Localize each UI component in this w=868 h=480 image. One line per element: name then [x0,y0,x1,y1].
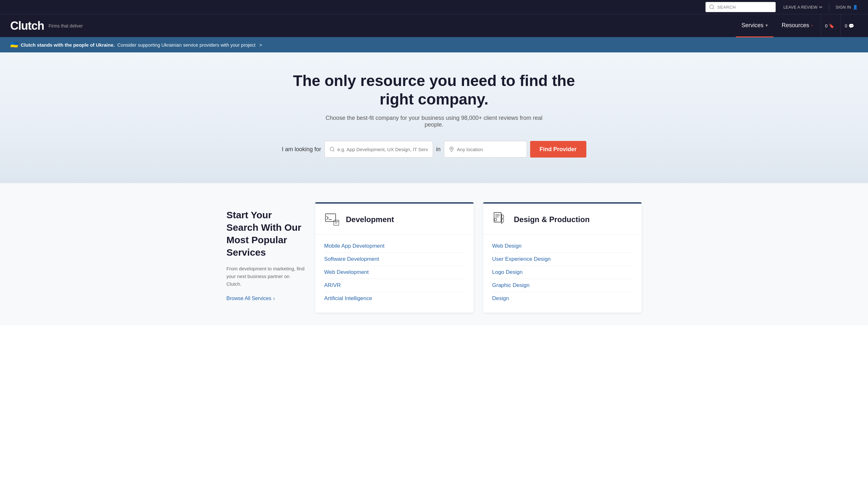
location-search-container[interactable] [444,141,527,157]
sign-in-button[interactable]: SIGN IN 👤 [836,5,858,9]
development-card: Development Mobile App Development Softw… [315,202,474,312]
announcement-body: Consider supporting Ukrainian service pr… [117,42,255,48]
development-card-header: Development [315,204,474,235]
top-search-input[interactable] [717,5,772,9]
user-experience-design-link[interactable]: User Experience Design [492,253,633,266]
design-card-header: Design & Production [483,204,642,235]
service-search-container[interactable] [324,141,433,157]
services-intro-body: From development to marketing, find your… [226,265,306,288]
messages-count: 0 [845,23,847,28]
services-intro: Start Your Search With Our Most Popular … [226,202,306,301]
nav-services-label: Services [742,22,764,29]
top-bar-actions: LEAVE A REVIEW ✏ SIGN IN 👤 [783,4,858,10]
browse-all-services-link[interactable]: Browse All Services › [226,296,306,301]
logo-tagline: Firms that deliver [49,23,83,28]
artificial-intelligence-link[interactable]: Artificial Intelligence [324,292,465,305]
user-icon: 👤 [853,5,858,9]
bookmarks-count: 0 [825,23,828,28]
main-nav: Clutch Firms that deliver Services ▾ Res… [0,14,868,37]
logo-area: Clutch Firms that deliver [10,19,83,33]
development-card-icon [324,211,341,228]
browse-arrow-icon: › [273,296,275,301]
services-section: Start Your Search With Our Most Popular … [0,183,868,325]
svg-rect-12 [495,218,497,221]
svg-point-0 [710,5,713,9]
announcement-arrow-icon[interactable]: > [259,42,262,48]
sign-in-label: SIGN IN [836,5,851,9]
software-development-link[interactable]: Software Development [324,253,465,266]
find-provider-button[interactable]: Find Provider [530,141,586,157]
svg-point-2 [451,148,452,149]
edit-icon: ✏ [819,5,823,9]
location-icon [449,146,455,152]
graphic-design-link[interactable]: Graphic Design [492,279,633,292]
announcement-banner: 🇺🇦 Clutch stands with the people of Ukra… [0,37,868,52]
services-intro-title: Start Your Search With Our Most Popular … [226,209,306,259]
bookmark-icon: 🔖 [829,23,834,28]
nav-resources-label: Resources [782,22,809,29]
top-search-icon [709,4,715,10]
top-bar-divider [829,4,829,10]
bookmarks-button[interactable]: 0 🔖 [821,14,838,37]
development-card-links: Mobile App Development Software Developm… [315,235,474,312]
service-search-input[interactable] [338,147,428,152]
nav-services[interactable]: Services ▾ [736,14,773,37]
services-grid: Start Your Search With Our Most Popular … [226,202,642,312]
location-search-input[interactable] [457,147,522,152]
logo[interactable]: Clutch [10,19,44,33]
top-search-container[interactable] [706,2,776,12]
leave-review-button[interactable]: LEAVE A REVIEW ✏ [783,5,823,9]
search-row: I am looking for in Find Provider [10,141,858,157]
message-icon: 💬 [848,23,854,28]
resources-chevron-icon: › [811,23,813,28]
mobile-app-development-link[interactable]: Mobile App Development [324,240,465,253]
browse-all-services-label: Browse All Services [226,296,272,301]
messages-button[interactable]: 0 💬 [840,14,858,37]
design-link[interactable]: Design [492,292,633,305]
leave-review-label: LEAVE A REVIEW [783,5,817,9]
web-development-link[interactable]: Web Development [324,266,465,279]
hero-section: The only resource you need to find the r… [0,52,868,183]
svg-point-1 [330,147,334,151]
nav-resources[interactable]: Resources › [776,14,818,37]
announcement-bold: Clutch stands with the people of Ukraine… [21,42,115,48]
web-design-link[interactable]: Web Design [492,240,633,253]
ukraine-flag-icon: 🇺🇦 [10,41,18,49]
search-label: I am looking for [282,146,321,153]
design-production-card: Design & Production Web Design User Expe… [483,202,642,312]
design-card-links: Web Design User Experience Design Logo D… [483,235,642,312]
svg-rect-4 [334,220,339,225]
nav-right: Services ▾ Resources › 0 🔖 0 💬 [736,14,858,37]
development-card-title: Development [346,215,394,224]
service-search-icon [329,146,335,152]
logo-design-link[interactable]: Logo Design [492,266,633,279]
design-card-icon [492,211,509,228]
hero-headline: The only resource you need to find the r… [290,71,578,108]
services-chevron-icon: ▾ [766,23,768,28]
in-label: in [436,146,441,153]
design-card-title: Design & Production [514,215,590,224]
ar-vr-link[interactable]: AR/VR [324,279,465,292]
hero-subheadline: Choose the best-fit company for your bus… [322,115,546,128]
top-bar: LEAVE A REVIEW ✏ SIGN IN 👤 [0,0,868,14]
